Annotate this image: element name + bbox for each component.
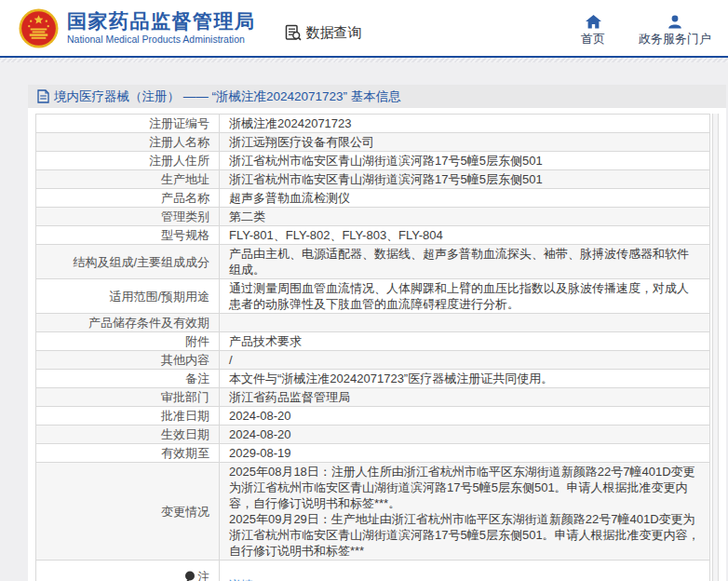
nav-portal-label: 政务服务门户 bbox=[639, 32, 711, 46]
row-label: 产品名称 bbox=[36, 189, 220, 208]
row-value: / bbox=[220, 351, 710, 370]
row-value: 浙江省杭州市临安区青山湖街道滨河路17号5幢5层东侧501 bbox=[220, 170, 710, 189]
row-value: 超声多普勒血流检测仪 bbox=[220, 189, 710, 208]
row-label: 其他内容 bbox=[36, 351, 220, 370]
user-icon bbox=[667, 15, 682, 29]
row-value: 浙江省杭州市临安区青山湖街道滨河路17号5幢5层东侧501 bbox=[220, 152, 710, 170]
row-value: 产品技术要求 bbox=[220, 332, 710, 351]
row-label: 型号规格 bbox=[36, 226, 220, 245]
row-label: 注 bbox=[36, 561, 220, 581]
row-value bbox=[220, 314, 710, 332]
table-row: 产品储存条件及有效期 bbox=[36, 314, 710, 332]
table-row: 变更情况 2025年08月18日：注册人住所由浙江省杭州市临平区东湖街道新颜路2… bbox=[36, 463, 710, 561]
row-label: 注册证编号 bbox=[36, 115, 220, 133]
nav-home-label: 首页 bbox=[581, 32, 605, 46]
row-value: 通过测量周围血管血流情况、人体脚踝和上臂的血压比指数以及脉波传播速度，对成人患者… bbox=[220, 279, 710, 314]
row-label: 生产地址 bbox=[36, 170, 220, 189]
home-icon bbox=[586, 15, 601, 29]
breadcrumb: 境内医疗器械（注册） —— “浙械注准20242071723” 基本信息 bbox=[28, 85, 726, 108]
header-nav: 首页 政务服务门户 bbox=[581, 15, 711, 46]
table-row: 备注 本文件与“浙械注准20242071723”医疗器械注册证共同使用。 bbox=[36, 370, 710, 388]
row-label: 审批部门 bbox=[36, 388, 220, 407]
row-value: 浙械注准20242071723 bbox=[220, 115, 710, 133]
table-row: 生产地址 浙江省杭州市临安区青山湖街道滨河路17号5幢5层东侧501 bbox=[36, 170, 710, 189]
row-value: 2029-08-19 bbox=[220, 444, 710, 463]
table-row: 结构及组成/主要组成成分 产品由主机、电源适配器、数据线、超声多普勒血流探头、袖… bbox=[36, 245, 710, 279]
table-row: 注册证编号 浙械注准20242071723 bbox=[36, 115, 710, 133]
nav-portal[interactable]: 政务服务门户 bbox=[639, 15, 711, 46]
row-label: 注册人名称 bbox=[36, 133, 220, 152]
table-row: 附件 产品技术要求 bbox=[36, 332, 710, 351]
row-value: 第二类 bbox=[220, 208, 710, 226]
site-header: 国家药品监督管理局 National Medical Products Admi… bbox=[0, 0, 728, 58]
table-row: 管理类别 第二类 bbox=[36, 208, 710, 226]
row-value: 2024-08-20 bbox=[220, 407, 710, 426]
row-value: 浙江远翔医疗设备有限公司 bbox=[220, 133, 710, 152]
row-label: 管理类别 bbox=[36, 208, 220, 226]
content-panel: 境内医疗器械（注册） —— “浙械注准20242071723” 基本信息 注册证… bbox=[28, 85, 726, 581]
row-value: 浙江省药品监督管理局 bbox=[220, 388, 710, 407]
table-row: 批准日期 2024-08-20 bbox=[36, 407, 710, 426]
table-row: 有效期至 2029-08-19 bbox=[36, 444, 710, 463]
row-label: 生效日期 bbox=[36, 426, 220, 444]
data-query-button[interactable]: 数据查询 bbox=[284, 23, 362, 42]
table-row: 注册人住所 浙江省杭州市临安区青山湖街道滨河路17号5幢5层东侧501 bbox=[36, 152, 710, 170]
device-detail-table: 注册证编号 浙械注准20242071723 注册人名称 浙江远翔医疗设备有限公司… bbox=[35, 114, 710, 581]
table-row: 注册人名称 浙江远翔医疗设备有限公司 bbox=[36, 133, 710, 152]
row-label: 批准日期 bbox=[36, 407, 220, 426]
table-row: 生效日期 2024-08-20 bbox=[36, 426, 710, 444]
row-value: 产品由主机、电源适配器、数据线、超声多普勒血流探头、袖带、脉搏波传感器和软件组成… bbox=[220, 245, 710, 279]
row-value: 2024-08-20 bbox=[220, 426, 710, 444]
row-label: 备注 bbox=[36, 370, 220, 388]
table-row: 其他内容 / bbox=[36, 351, 710, 370]
data-query-label: 数据查询 bbox=[306, 24, 362, 42]
national-emblem-icon bbox=[19, 8, 59, 48]
table-row: 型号规格 FLY-801、FLY-802、FLY-803、FLY-804 bbox=[36, 226, 710, 245]
row-label: 有效期至 bbox=[36, 444, 220, 463]
org-name-cn: 国家药品监督管理局 bbox=[67, 10, 256, 33]
table-scrollbar[interactable] bbox=[712, 114, 719, 581]
row-value: 详情 bbox=[220, 561, 710, 581]
row-label: 产品储存条件及有效期 bbox=[36, 314, 220, 332]
page-title: 境内医疗器械（注册） —— “浙械注准20242071723” 基本信息 bbox=[54, 89, 401, 103]
nmpa-logo: 国家药品监督管理局 National Medical Products Admi… bbox=[19, 8, 256, 48]
document-icon bbox=[37, 89, 49, 103]
org-name-en: National Medical Products Administration bbox=[67, 34, 256, 46]
row-value: FLY-801、FLY-802、FLY-803、FLY-804 bbox=[220, 226, 710, 245]
row-label: 注册人住所 bbox=[36, 152, 220, 170]
panel-body: 注册证编号 浙械注准20242071723 注册人名称 浙江远翔医疗设备有限公司… bbox=[28, 108, 726, 581]
table-row: 审批部门 浙江省药品监督管理局 bbox=[36, 388, 710, 407]
row-value: 本文件与“浙械注准20242071723”医疗器械注册证共同使用。 bbox=[220, 370, 710, 388]
row-value: 2025年08月18日：注册人住所由浙江省杭州市临平区东湖街道新颜路22号7幢4… bbox=[220, 463, 710, 561]
row-label: 附件 bbox=[36, 332, 220, 351]
comment-balloon-icon bbox=[184, 571, 195, 581]
table-row-note: 注 详情 bbox=[36, 561, 710, 581]
header-shadow-strip bbox=[0, 58, 728, 62]
document-search-icon bbox=[284, 23, 303, 42]
table-row: 适用范围/预期用途 通过测量周围血管血流情况、人体脚踝和上臂的血压比指数以及脉波… bbox=[36, 279, 710, 314]
nav-home[interactable]: 首页 bbox=[581, 15, 605, 46]
note-label: 注 bbox=[197, 569, 209, 581]
row-label: 结构及组成/主要组成成分 bbox=[36, 245, 220, 279]
table-row: 产品名称 超声多普勒血流检测仪 bbox=[36, 189, 710, 208]
row-label: 适用范围/预期用途 bbox=[36, 279, 220, 314]
row-label: 变更情况 bbox=[36, 463, 220, 561]
